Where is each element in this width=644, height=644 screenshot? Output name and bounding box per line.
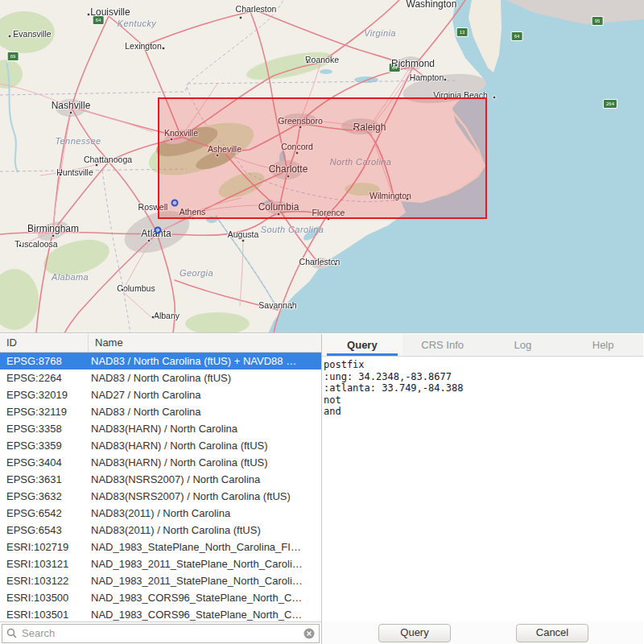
map-city-dot [394,64,398,68]
table-row[interactable]: EPSG:3358NAD83(HARN) / North Carolina [0,420,321,437]
crs-name: NAD83(HARN) / North Carolina (ftUS) [89,456,321,469]
crs-id: ESRI:102719 [0,541,89,553]
map-city-dot [170,138,174,142]
crs-name: NAD_1983_CORS96_StatePlane_North_C… [89,592,321,604]
table-row[interactable]: EPSG:6542NAD83(2011) / North Carolina [0,505,321,522]
table-row[interactable]: EPSG:2264NAD83 / North Carolina (ftUS) [0,369,321,386]
crs-id: EPSG:32019 [0,389,89,401]
map-city-label: Augusta [228,229,259,239]
map-city-dot [290,306,294,310]
query-point-marker [155,227,162,234]
table-row[interactable]: EPSG:3359NAD83(HARN) / North Carolina (f… [0,437,321,454]
crs-name: NAD_1983_StatePlane_North_Carolina_FI… [89,541,321,553]
crs-name: NAD27 / North Carolina [89,389,321,401]
tab-bar: QueryCRS InfoLogHelp [322,334,643,357]
cancel-button[interactable]: Cancel [516,624,588,642]
map-city-dot [406,197,410,201]
query-editor[interactable]: postfix :ung: 34.2348,-83.8677 :atlanta:… [322,357,643,621]
map-city-label: Charleston [236,4,277,14]
map-city-label: Florence [312,208,345,217]
crs-id: EPSG:32119 [0,406,89,418]
map-city-dot [353,127,357,131]
route-shield-icon: 264 [604,100,617,108]
map-city-label: Greensboro [278,116,322,126]
map-city-label: Lexington [125,41,162,51]
map-state-label: North Carolina [330,157,392,167]
map-city-label: Raleigh [353,122,386,133]
crs-id: ESRI:103501 [0,609,89,621]
query-button[interactable]: Query [378,624,451,642]
crs-id: ESRI:103500 [0,592,89,604]
table-row[interactable]: ESRI:103122NAD_1983_2011_StatePlane_Nort… [0,572,321,589]
route-shield-icon: 95 [592,17,603,25]
table-row[interactable]: EPSG:6543NAD83(2011) / North Carolina (f… [0,522,321,539]
table-row[interactable]: EPSG:3631NAD83(NSRS2007) / North Carolin… [0,471,321,488]
map-city-dot [52,234,56,238]
crs-name: NAD83(2011) / North Carolina [89,507,321,519]
map-city-dot [192,217,196,221]
search-icon [6,628,17,638]
map-city-label: Concord [281,142,313,151]
crs-id: EPSG:3404 [0,456,89,469]
crs-id: EPSG:6543 [0,524,89,536]
map-city-dot [87,13,91,17]
clear-search-icon[interactable] [303,628,315,639]
map-view[interactable]: KentuckyVirginiaTennesseeNorth CarolinaS… [0,0,644,333]
map-city-dot [216,154,220,158]
map-city-dot [277,213,281,217]
map-city-dot [59,173,63,177]
table-row[interactable]: EPSG:3404NAD83(HARN) / North Carolina (f… [0,454,321,471]
crs-list-panel: IDName EPSG:8768NAD83 / North Carolina (… [0,334,322,644]
column-header-name[interactable]: Name [89,334,321,352]
crs-table-body[interactable]: EPSG:8768NAD83 / North Carolina (ftUS) +… [0,353,321,621]
crs-name: NAD_1983_2011_StatePlane_North_Caroli… [89,575,321,587]
map-city-label: Nashville [52,100,91,111]
table-row[interactable]: ESRI:103121NAD_1983_2011_StatePlane_Nort… [0,555,321,572]
crs-name: NAD83(NSRS2007) / North Carolina (ftUS) [89,490,321,502]
query-panel: QueryCRS InfoLogHelp postfix :ung: 34.23… [322,334,643,644]
tab-query[interactable]: Query [322,334,402,356]
crs-name: NAD83(2011) / North Carolina (ftUS) [89,524,321,536]
crs-id: ESRI:103122 [0,575,89,587]
crs-id: EPSG:3359 [0,440,89,452]
map-city-label: Roanoke [305,55,339,64]
map-state-label: Tennessee [55,136,101,146]
crs-name: NAD83(HARN) / North Carolina [89,423,321,435]
map-state-label: Kentucky [118,19,156,28]
map-city-label: Hampton [410,72,444,82]
map-city-dot [239,16,243,20]
crs-name: NAD_1983_2011_StatePlane_North_Caroli… [89,558,321,570]
table-row[interactable]: ESRI:102719NAD_1983_StatePlane_North_Car… [0,539,321,555]
crs-name: NAD83 / North Carolina (ftUS) + NAVD88 … [89,355,321,367]
crs-id: ESRI:103121 [0,558,89,570]
route-shield-icon: 69 [8,52,19,60]
map-state-label: Alabama [52,272,89,282]
crs-table-header: IDName [0,334,321,353]
table-row[interactable]: EPSG:8768NAD83 / North Carolina (ftUS) +… [0,353,321,369]
map-city-dot [299,126,303,130]
search-input[interactable] [2,624,320,643]
map-city-label: Asheville [208,144,242,154]
crs-name: NAD83 / North Carolina (ftUS) [89,372,321,384]
tab-crs-info[interactable]: CRS Info [402,334,483,356]
table-row[interactable]: EPSG:32119NAD83 / North Carolina [0,403,321,420]
table-row[interactable]: ESRI:103501NAD_1983_CORS96_StatePlane_No… [0,606,321,621]
column-header-id[interactable]: ID [0,334,89,352]
crs-name: NAD83(NSRS2007) / North Carolina [89,473,321,485]
tab-help[interactable]: Help [563,334,643,356]
map-city-label: Roswell [138,202,168,212]
map-city-dot [8,35,12,39]
map-city-dot [121,288,125,292]
map-city-dot [306,60,310,64]
table-row[interactable]: EPSG:32019NAD27 / North Carolina [0,386,321,403]
table-row[interactable]: EPSG:3632NAD83(NSRS2007) / North Carolin… [0,488,321,505]
crs-name: NAD83 / North Carolina [89,406,321,418]
map-city-dot [95,163,99,167]
table-row[interactable]: ESRI:103500NAD_1983_CORS96_StatePlane_No… [0,589,321,606]
map-city-dot [162,47,166,51]
map-city-label: Louisville [90,6,130,18]
map-city-label: Charlotte [269,163,308,175]
map-city-dot [69,111,73,115]
tab-log[interactable]: Log [483,334,564,356]
map-city-dot [147,239,151,243]
